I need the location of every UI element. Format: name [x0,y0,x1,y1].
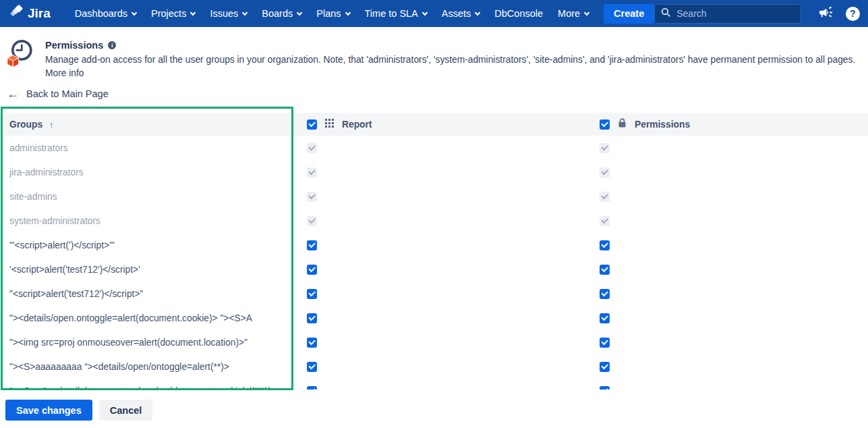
permissions-checkbox [600,192,610,202]
primary-nav: DashboardsProjectsIssuesBoardsPlansTime … [68,3,596,24]
table-row: administrators [0,136,868,160]
report-checkbox[interactable] [307,289,317,299]
group-name: administrators [9,143,68,153]
group-name: "<script>alert('test712')</script>" [9,289,143,299]
table-row: site-admins [0,184,868,209]
nav-item-label: More [558,8,580,19]
report-checkbox [307,216,317,226]
group-name: site-admins [9,192,57,202]
permissions-checkbox[interactable] [600,386,610,390]
chevron-down-icon [242,9,248,15]
nav-item-dbconsole[interactable]: DbConsole [488,3,550,24]
table-row: "<script>alert('test712')</script>" [0,282,868,306]
lock-icon [618,118,627,130]
announcements-button[interactable] [815,3,836,24]
chevron-down-icon [190,9,196,15]
more-info-link[interactable]: More info [45,68,84,78]
jira-logo[interactable]: Jira [9,5,51,23]
chevron-down-icon [132,9,137,15]
chevron-down-icon [422,9,428,15]
report-checkbox[interactable] [307,313,317,323]
table-row: "><S>a "><details/open.ontoggle=alert(do… [0,379,868,390]
permissions-checkbox[interactable] [600,338,610,348]
back-link-label: Back to Main Page [26,88,109,99]
table-row: jira-administrators [0,160,868,184]
nav-item-boards[interactable]: Boards [255,3,308,24]
nav-item-label: Dashboards [75,8,127,19]
search-input[interactable] [676,8,794,19]
nav-item-assets[interactable]: Assets [435,3,487,24]
search-icon [661,7,671,20]
permissions-checkbox[interactable] [600,289,610,299]
group-name: '<script>alert('test712')</script>' [9,265,140,275]
permissions-checkbox [600,216,610,226]
table-row: '<script>alert('test712')</script>' [0,257,868,282]
megaphone-icon [818,5,834,23]
search-box[interactable] [654,4,801,24]
nav-item-label: Time to SLA [365,8,418,19]
report-checkbox [307,143,317,153]
nav-item-projects[interactable]: Projects [144,3,202,24]
nav-item-more[interactable]: More [551,3,596,24]
nav-item-issues[interactable]: Issues [203,3,254,24]
permissions-checkbox[interactable] [600,362,610,372]
back-to-main-page-link[interactable]: ← Back to Main Page [7,88,109,100]
chevron-down-icon [584,9,589,15]
permissions-checkbox[interactable] [600,313,610,323]
permissions-column-header: Permissions [635,119,690,130]
sort-ascending-icon[interactable]: ↑ [49,119,54,130]
group-name: system-administrators [9,216,100,226]
nav-item-plans[interactable]: Plans [310,3,356,24]
report-checkbox[interactable] [307,338,317,348]
report-checkbox[interactable] [307,240,317,250]
group-name: jira-administrators [9,167,84,178]
nav-item-label: Plans [316,8,341,19]
nav-item-label: Assets [442,8,471,19]
nav-item-label: Issues [210,8,238,19]
table-row: "><img src=proj onmouseover=alert(docume… [0,330,868,354]
group-name: "'<script>alert(')</script>'" [9,240,115,250]
report-checkbox[interactable] [307,386,317,390]
permissions-select-all-checkbox[interactable] [600,119,610,130]
table-row: "'<script>alert(')</script>'" [0,233,868,257]
save-changes-button[interactable]: Save changes [5,400,92,421]
report-select-all-checkbox[interactable] [307,119,317,130]
table-row: system-administrators [0,209,868,233]
group-name: "><S>aaaaaaaaa “><details/open/ontoggle=… [9,362,229,372]
cancel-button[interactable]: Cancel [99,400,153,421]
group-name: "><details/open.ontoggle=alert(document.… [9,313,252,323]
report-checkbox[interactable] [307,362,317,372]
permissions-checkbox[interactable] [600,265,610,275]
groups-table-body: administratorsjira-administratorssite-ad… [0,136,868,390]
form-actions: Save changes Cancel [5,400,152,421]
info-icon[interactable]: i [108,41,116,49]
permissions-checkbox [600,167,610,178]
navbar-right: ? [654,3,868,24]
table-header-row: Groups ↑ Report [0,113,868,136]
group-name: "><S>a "><details/open.ontoggle=alert(do… [9,386,271,390]
chevron-down-icon [297,9,302,15]
table-row: "><details/open.ontoggle=alert(document.… [0,306,868,330]
report-checkbox[interactable] [307,265,317,275]
group-name: "><img src=proj onmouseover=alert(docume… [9,338,248,348]
nav-item-label: Boards [262,8,293,19]
page-header-text: Permissions i Manage add-on access for a… [45,38,858,79]
timetosla-app-icon [6,38,34,79]
report-checkbox [307,167,317,178]
nav-item-dashboards[interactable]: Dashboards [68,3,143,24]
top-navbar: Jira DashboardsProjectsIssuesBoardsPlans… [0,0,868,27]
nav-item-time-to-sla[interactable]: Time to SLA [358,3,434,24]
permissions-checkbox [600,143,610,153]
help-button[interactable]: ? [842,3,863,24]
jira-logo-text: Jira [28,6,51,21]
page-header: Permissions i Manage add-on access for a… [6,38,858,79]
help-icon: ? [846,7,860,21]
jira-logo-icon [9,5,24,23]
groups-column-header[interactable]: Groups [9,119,42,130]
back-arrow-icon: ← [7,88,19,100]
chevron-down-icon [345,9,350,15]
permissions-checkbox[interactable] [600,240,610,250]
create-button[interactable]: Create [604,4,654,24]
page-description: Manage add-on access for all the user gr… [45,55,858,65]
report-column-header: Report [342,119,372,130]
